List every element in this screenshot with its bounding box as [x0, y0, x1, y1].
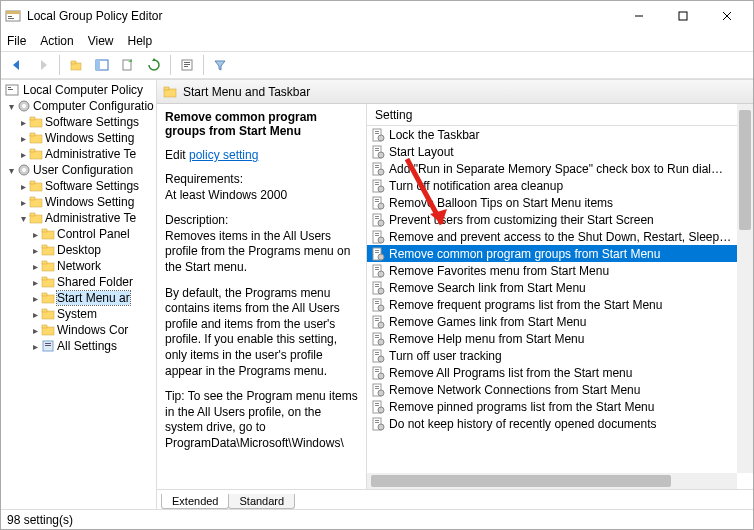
svg-rect-64: [375, 165, 379, 166]
svg-rect-77: [375, 218, 379, 219]
menu-file[interactable]: File: [7, 34, 26, 48]
expander-icon[interactable]: ▸: [29, 261, 41, 272]
list-item[interactable]: Do not keep history of recently opened d…: [367, 415, 753, 432]
list-item[interactable]: Remove Network Connections from Start Me…: [367, 381, 753, 398]
tree-node[interactable]: ▸Windows Cor: [1, 322, 156, 338]
filter-button[interactable]: [208, 54, 232, 76]
svg-rect-69: [375, 184, 379, 185]
expander-icon[interactable]: ▸: [17, 117, 29, 128]
svg-rect-80: [375, 233, 379, 234]
expander-icon[interactable]: ▸: [29, 309, 41, 320]
tree-node[interactable]: ▸Control Panel: [1, 226, 156, 242]
list-item[interactable]: Remove Favorites menu from Start Menu: [367, 262, 753, 279]
path-bar: Start Menu and Taskbar: [157, 80, 753, 104]
list-item[interactable]: Lock the Taskbar: [367, 126, 753, 143]
expander-icon[interactable]: ▾: [17, 213, 29, 224]
svg-rect-43: [42, 277, 47, 280]
vertical-scrollbar[interactable]: [737, 104, 753, 473]
expander-icon[interactable]: ▸: [17, 197, 29, 208]
tree-node[interactable]: ▸Software Settings: [1, 114, 156, 130]
maximize-button[interactable]: [661, 2, 705, 30]
expander-icon[interactable]: ▸: [29, 293, 41, 304]
properties-button[interactable]: [175, 54, 199, 76]
svg-rect-19: [8, 89, 13, 90]
svg-point-58: [378, 135, 384, 141]
list-item[interactable]: Remove All Programs list from the Start …: [367, 364, 753, 381]
list-item[interactable]: Remove and prevent access to the Shut Do…: [367, 228, 753, 245]
tree-node[interactable]: ▸Shared Folder: [1, 274, 156, 290]
up-button[interactable]: [64, 54, 88, 76]
column-header-setting[interactable]: Setting: [367, 104, 753, 126]
back-button[interactable]: [5, 54, 29, 76]
list-item[interactable]: Remove frequent programs list from the S…: [367, 296, 753, 313]
svg-rect-49: [42, 325, 47, 328]
horizontal-scrollbar[interactable]: [367, 473, 737, 489]
expander-icon[interactable]: ▸: [29, 325, 41, 336]
tab-standard[interactable]: Standard: [228, 494, 295, 509]
list-item[interactable]: Add "Run in Separate Memory Space" check…: [367, 160, 753, 177]
tree-node[interactable]: ▸Network: [1, 258, 156, 274]
path-label: Start Menu and Taskbar: [183, 85, 310, 99]
expander-icon[interactable]: ▸: [17, 133, 29, 144]
tree-node[interactable]: ▸Windows Setting: [1, 130, 156, 146]
list-item[interactable]: Remove pinned programs list from the Sta…: [367, 398, 753, 415]
edit-policy-link[interactable]: policy setting: [189, 148, 258, 162]
expander-icon[interactable]: ▸: [17, 149, 29, 160]
tree-node[interactable]: ▸Administrative Te: [1, 146, 156, 162]
tab-extended[interactable]: Extended: [161, 494, 229, 509]
list-item[interactable]: Remove Games link from Start Menu: [367, 313, 753, 330]
expander-icon[interactable]: ▸: [29, 229, 41, 240]
svg-rect-14: [184, 62, 190, 63]
svg-rect-116: [375, 386, 379, 387]
svg-point-94: [378, 288, 384, 294]
show-hide-button[interactable]: [90, 54, 114, 76]
forward-button[interactable]: [31, 54, 55, 76]
tree-node[interactable]: ▸Windows Setting: [1, 194, 156, 210]
tree-node[interactable]: ▸All Settings: [1, 338, 156, 354]
list-item[interactable]: Remove Search link from Start Menu: [367, 279, 753, 296]
expander-icon[interactable]: ▾: [5, 165, 17, 176]
tree-node[interactable]: ▾Computer Configuratio: [1, 98, 156, 114]
svg-rect-60: [375, 148, 379, 149]
tree-root[interactable]: Local Computer Policy: [1, 82, 156, 98]
policy-root-icon: [5, 83, 19, 97]
svg-point-74: [378, 203, 384, 209]
list-item[interactable]: Remove common program groups from Start …: [367, 245, 753, 262]
window-title: Local Group Policy Editor: [27, 9, 617, 23]
tree-node[interactable]: ▸System: [1, 306, 156, 322]
close-button[interactable]: [705, 2, 749, 30]
refresh-button[interactable]: [142, 54, 166, 76]
tree-node[interactable]: ▸Software Settings: [1, 178, 156, 194]
menu-help[interactable]: Help: [128, 34, 153, 48]
svg-point-70: [378, 186, 384, 192]
list-item[interactable]: Start Layout: [367, 143, 753, 160]
list-item[interactable]: Remove Balloon Tips on Start Menu items: [367, 194, 753, 211]
svg-rect-45: [42, 293, 47, 296]
minimize-button[interactable]: [617, 2, 661, 30]
expander-icon[interactable]: ▸: [17, 181, 29, 192]
tree-node[interactable]: ▸Desktop: [1, 242, 156, 258]
menu-action[interactable]: Action: [40, 34, 73, 48]
list-item[interactable]: Turn off notification area cleanup: [367, 177, 753, 194]
list-item[interactable]: Prevent users from customizing their Sta…: [367, 211, 753, 228]
svg-rect-15: [184, 64, 190, 65]
svg-rect-93: [375, 286, 379, 287]
status-text: 98 setting(s): [7, 513, 73, 527]
svg-rect-97: [375, 303, 379, 304]
svg-point-118: [378, 390, 384, 396]
tree-node[interactable]: ▾Administrative Te: [1, 210, 156, 226]
tree-node[interactable]: ▸Start Menu ar: [1, 290, 156, 306]
expander-icon[interactable]: ▸: [29, 245, 41, 256]
expander-icon[interactable]: ▸: [29, 341, 41, 352]
list-item[interactable]: Turn off user tracking: [367, 347, 753, 364]
export-button[interactable]: [116, 54, 140, 76]
svg-rect-121: [375, 405, 379, 406]
expander-icon[interactable]: ▸: [29, 277, 41, 288]
svg-rect-57: [375, 133, 379, 134]
tree-node[interactable]: ▾User Configuration: [1, 162, 156, 178]
list-item[interactable]: Remove Help menu from Start Menu: [367, 330, 753, 347]
svg-point-82: [378, 237, 384, 243]
expander-icon[interactable]: ▾: [5, 101, 17, 112]
svg-rect-68: [375, 182, 379, 183]
menu-view[interactable]: View: [88, 34, 114, 48]
